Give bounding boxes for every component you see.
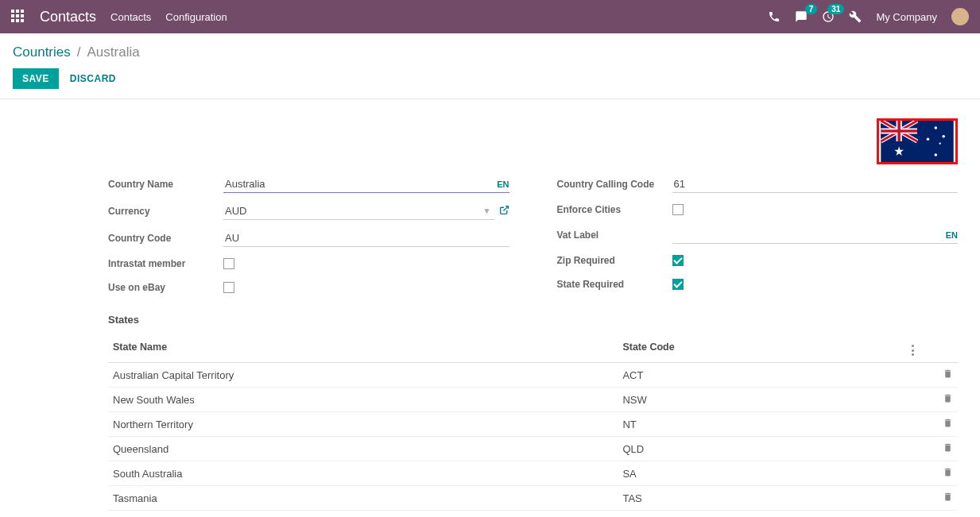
breadcrumb: Countries / Australia — [0, 33, 980, 68]
lang-badge-vat[interactable]: EN — [946, 230, 958, 240]
label-zip-required: Zip Required — [557, 255, 672, 266]
activities-icon[interactable]: 31 — [822, 10, 835, 23]
chevron-down-icon[interactable]: ▼ — [480, 206, 494, 215]
state-code-cell[interactable]: NSW — [618, 388, 906, 412]
state-code-cell[interactable]: QLD — [618, 437, 906, 461]
calling-code-input[interactable] — [672, 176, 959, 192]
save-button[interactable]: SAVE — [13, 68, 59, 89]
country-code-input[interactable] — [223, 230, 509, 246]
nav-configuration[interactable]: Configuration — [165, 11, 227, 23]
label-enforce-cities: Enforce Cities — [557, 204, 672, 215]
state-code-cell[interactable]: SA — [618, 461, 906, 486]
state-name-cell[interactable]: Victoria — [108, 511, 618, 518]
state-code-cell[interactable]: NT — [618, 412, 906, 437]
state-name-cell[interactable]: Australian Capital Territory — [108, 363, 618, 388]
breadcrumb-root[interactable]: Countries — [13, 44, 71, 60]
table-row[interactable]: Northern Territory NT — [108, 412, 958, 437]
company-name[interactable]: My Company — [876, 11, 937, 23]
trash-icon — [943, 393, 953, 403]
trash-icon — [943, 418, 953, 428]
messages-icon[interactable]: 7 — [795, 10, 808, 23]
table-row[interactable]: South Australia SA — [108, 461, 958, 486]
country-name-input[interactable] — [223, 176, 492, 192]
delete-row-button[interactable] — [907, 511, 958, 518]
action-bar: SAVE DISCARD — [0, 68, 980, 98]
svg-point-5 — [935, 153, 938, 156]
th-state-code[interactable]: State Code — [618, 332, 906, 363]
delete-row-button[interactable] — [907, 388, 958, 412]
state-code-cell[interactable]: VIC — [618, 511, 906, 518]
breadcrumb-leaf: Australia — [87, 44, 140, 60]
lang-badge-name[interactable]: EN — [497, 179, 509, 189]
kebab-icon — [912, 345, 915, 356]
svg-point-6 — [927, 138, 930, 141]
label-country-name: Country Name — [108, 179, 223, 190]
avatar[interactable] — [951, 8, 969, 25]
state-code-cell[interactable]: ACT — [618, 363, 906, 388]
phone-icon[interactable] — [768, 10, 781, 23]
label-state-required: State Required — [557, 279, 672, 290]
delete-row-button[interactable] — [907, 461, 958, 486]
state-name-cell[interactable]: Queensland — [108, 437, 618, 461]
table-row[interactable]: Queensland QLD — [108, 437, 958, 461]
discard-button[interactable]: DISCARD — [70, 73, 116, 84]
currency-input[interactable] — [223, 203, 480, 219]
table-row[interactable]: Australian Capital Territory ACT — [108, 363, 958, 388]
delete-row-button[interactable] — [907, 412, 958, 437]
svg-point-3 — [935, 126, 938, 129]
label-currency: Currency — [108, 206, 223, 217]
label-vat: Vat Label — [557, 230, 672, 241]
app-title: Contacts — [40, 9, 96, 25]
table-row[interactable]: Tasmania TAS — [108, 486, 958, 511]
external-link-icon[interactable] — [499, 205, 509, 218]
trash-icon — [943, 442, 953, 453]
th-state-name[interactable]: State Name — [108, 332, 618, 363]
state-code-cell[interactable]: TAS — [618, 486, 906, 511]
label-calling-code: Country Calling Code — [557, 179, 672, 190]
label-intrastat: Intrastat member — [108, 258, 223, 269]
svg-line-8 — [503, 206, 508, 211]
activities-badge: 31 — [827, 4, 844, 14]
topbar: Contacts Contacts Configuration 7 31 My … — [0, 0, 980, 33]
states-section-title: States — [108, 314, 958, 326]
label-ebay: Use on eBay — [108, 282, 223, 293]
table-row[interactable]: Victoria VIC — [108, 511, 958, 518]
enforce-cities-checkbox[interactable] — [672, 204, 684, 215]
state-name-cell[interactable]: Northern Territory — [108, 412, 618, 437]
country-flag[interactable] — [877, 118, 958, 164]
delete-row-button[interactable] — [907, 363, 958, 388]
nav-contacts[interactable]: Contacts — [110, 11, 151, 23]
state-name-cell[interactable]: Tasmania — [108, 486, 618, 511]
intrastat-checkbox[interactable] — [223, 258, 234, 269]
trash-icon — [943, 492, 953, 502]
ebay-checkbox[interactable] — [223, 282, 234, 293]
state-required-checkbox[interactable] — [672, 279, 684, 290]
tools-icon[interactable] — [849, 10, 862, 23]
state-name-cell[interactable]: New South Wales — [108, 388, 618, 412]
trash-icon — [943, 368, 953, 379]
states-table: State Name State Code Australian Capital… — [108, 332, 958, 517]
table-row[interactable]: New South Wales NSW — [108, 388, 958, 412]
vat-label-input[interactable] — [672, 226, 941, 243]
apps-icon[interactable] — [11, 10, 25, 24]
table-options[interactable] — [907, 332, 958, 363]
svg-point-7 — [939, 143, 941, 145]
svg-point-4 — [942, 135, 945, 138]
label-country-code: Country Code — [108, 233, 223, 244]
zip-required-checkbox[interactable] — [672, 255, 684, 266]
messages-badge: 7 — [805, 4, 818, 14]
delete-row-button[interactable] — [907, 486, 958, 511]
delete-row-button[interactable] — [907, 437, 958, 461]
trash-icon — [943, 467, 953, 477]
state-name-cell[interactable]: South Australia — [108, 461, 618, 486]
